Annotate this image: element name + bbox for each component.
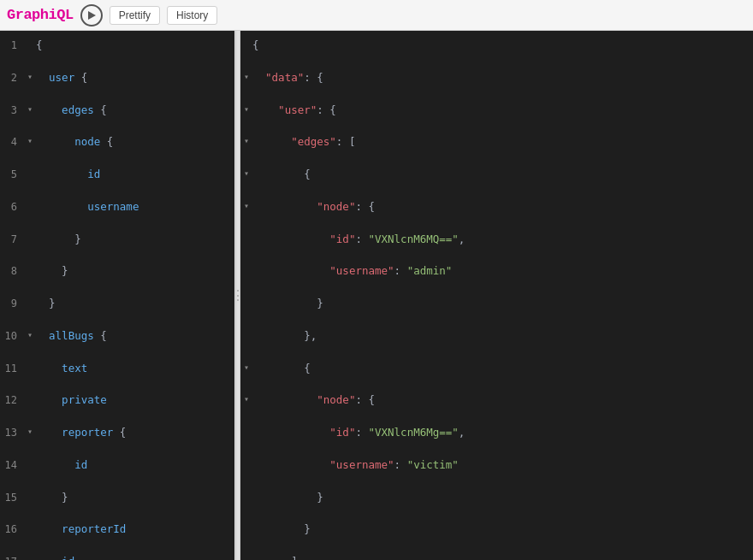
response-line-14: "username": "victim" bbox=[240, 457, 753, 474]
line-number: 2 bbox=[0, 70, 24, 85]
response-line-17: ] bbox=[240, 554, 753, 560]
response-line-11: ▾ { bbox=[240, 361, 753, 377]
response-viewer[interactable]: { ▾ "data": { ▾ "user": { ▾ "edges": [ ▾… bbox=[240, 31, 753, 560]
line-number: 1 bbox=[0, 38, 24, 53]
fold-arrow[interactable]: ▾ bbox=[240, 134, 252, 147]
response-line-12: ▾ "node": { bbox=[240, 392, 753, 409]
line-number: 17 bbox=[0, 554, 24, 560]
prettify-button[interactable]: Prettify bbox=[110, 6, 160, 25]
response-line-13: "id": "VXNlcnM6Mg==", bbox=[240, 425, 753, 441]
fold-arrow[interactable]: ▾ bbox=[240, 103, 252, 115]
line-12: 12 private bbox=[0, 392, 234, 409]
response-line-9: } bbox=[240, 296, 753, 312]
line-number: 14 bbox=[0, 457, 24, 473]
execute-button[interactable] bbox=[80, 4, 103, 27]
response-code: { ▾ "data": { ▾ "user": { ▾ "edges": [ ▾… bbox=[240, 31, 753, 560]
response-line-16: } bbox=[240, 522, 753, 538]
line-9: 9 } bbox=[0, 296, 234, 312]
main-content: 1 { 2 ▾ user { 3 ▾ edges { 4 ▾ node { 5 … bbox=[0, 31, 753, 560]
line-15: 15 } bbox=[0, 490, 234, 506]
fold-arrow[interactable]: ▾ bbox=[24, 70, 36, 83]
response-line-7: "id": "VXNlcnM6MQ==", bbox=[240, 232, 753, 248]
line-2: 2 ▾ user { bbox=[0, 70, 234, 86]
line-13: 13 ▾ reporter { bbox=[0, 425, 234, 441]
response-line-1: { bbox=[240, 38, 753, 54]
line-5: 5 id bbox=[0, 167, 234, 183]
response-line-8: "username": "admin" bbox=[240, 263, 753, 280]
query-editor[interactable]: 1 { 2 ▾ user { 3 ▾ edges { 4 ▾ node { 5 … bbox=[0, 31, 235, 560]
toolbar: GraphiQL Prettify History bbox=[0, 0, 753, 31]
line-number: 11 bbox=[0, 361, 24, 376]
line-number: 6 bbox=[0, 199, 24, 215]
line-number: 3 bbox=[0, 103, 24, 118]
fold-arrow[interactable]: ▾ bbox=[240, 392, 252, 405]
fold-arrow[interactable]: ▾ bbox=[24, 103, 36, 115]
line-number: 10 bbox=[0, 328, 24, 344]
line-4: 4 ▾ node { bbox=[0, 134, 234, 150]
line-7: 7 } bbox=[0, 232, 234, 248]
response-line-10: }, bbox=[240, 328, 753, 345]
fold-arrow[interactable]: ▾ bbox=[240, 361, 252, 374]
line-number: 12 bbox=[0, 392, 24, 408]
line-16: 16 reporterId bbox=[0, 522, 234, 538]
line-number: 15 bbox=[0, 490, 24, 505]
response-line-4: ▾ "edges": [ bbox=[240, 134, 753, 150]
line-11: 11 text bbox=[0, 361, 234, 377]
fold-arrow[interactable]: ▾ bbox=[240, 167, 252, 180]
line-3: 3 ▾ edges { bbox=[0, 103, 234, 119]
history-button[interactable]: History bbox=[167, 6, 217, 25]
fold-arrow[interactable]: ▾ bbox=[240, 70, 252, 83]
line-number: 16 bbox=[0, 522, 24, 537]
line-8: 8 } bbox=[0, 263, 234, 280]
response-line-3: ▾ "user": { bbox=[240, 103, 753, 119]
fold-arrow[interactable]: ▾ bbox=[24, 328, 36, 341]
response-line-2: ▾ "data": { bbox=[240, 70, 753, 86]
line-14: 14 id bbox=[0, 457, 234, 474]
play-icon bbox=[88, 11, 96, 20]
line-10: 10 ▾ allBugs { bbox=[0, 328, 234, 345]
line-17: 17 id bbox=[0, 554, 234, 560]
line-6: 6 username bbox=[0, 199, 234, 215]
line-number: 5 bbox=[0, 167, 24, 182]
fold-arrow[interactable]: ▾ bbox=[24, 425, 36, 438]
line-number: 4 bbox=[0, 134, 24, 150]
fold-arrow[interactable]: ▾ bbox=[24, 134, 36, 147]
fold-arrow[interactable]: ▾ bbox=[240, 199, 252, 212]
line-1: 1 { bbox=[0, 38, 234, 54]
response-line-15: } bbox=[240, 490, 753, 506]
query-code: 1 { 2 ▾ user { 3 ▾ edges { 4 ▾ node { 5 … bbox=[0, 31, 234, 560]
line-number: 13 bbox=[0, 425, 24, 440]
app-logo: GraphiQL bbox=[7, 7, 74, 23]
line-number: 9 bbox=[0, 296, 24, 311]
line-number: 8 bbox=[0, 263, 24, 279]
response-line-5: ▾ { bbox=[240, 167, 753, 183]
line-number: 7 bbox=[0, 232, 24, 247]
response-line-6: ▾ "node": { bbox=[240, 199, 753, 215]
